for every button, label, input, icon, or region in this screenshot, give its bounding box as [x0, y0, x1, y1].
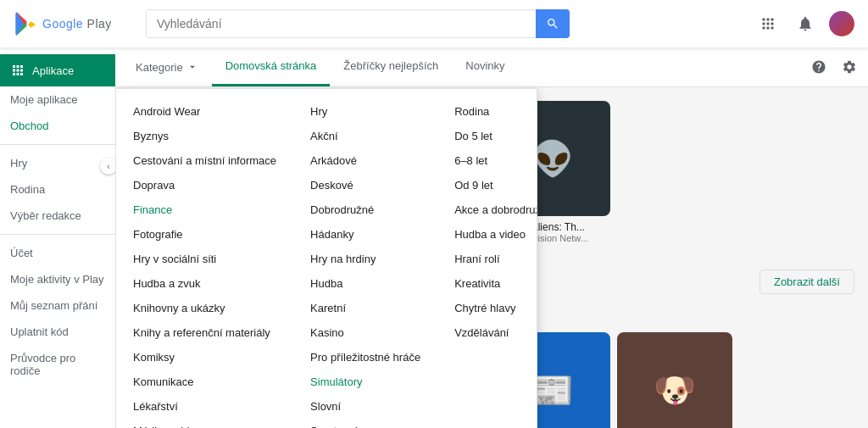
layout: Aplikace Moje aplikace Obchod Hry Rodina… [0, 47, 868, 428]
sidebar-item-aktivity[interactable]: Moje aktivity v Play [0, 266, 115, 292]
notifications-icon [797, 15, 814, 32]
dropdown-item[interactable]: Hudba a zvuk [116, 271, 293, 296]
dropdown-item[interactable]: Média a video [116, 419, 293, 428]
header: Google Play [0, 0, 868, 47]
dropdown-item[interactable]: Knihy a referenční materiály [116, 320, 293, 345]
sidebar-collapse-button[interactable]: ‹ [100, 158, 117, 175]
sidebar-item-uplatnit-kod[interactable]: Uplatnit kód [0, 319, 115, 345]
dropdown-item[interactable]: Finance [116, 197, 293, 222]
settings-icon [842, 59, 857, 75]
notifications-button[interactable] [792, 10, 819, 37]
sidebar-item-rodina[interactable]: Rodina [0, 176, 115, 203]
dropdown-item[interactable]: Cestování a místní informace [116, 148, 293, 173]
dropdown-item[interactable]: Akce a dobrodružství [437, 197, 537, 222]
search-button[interactable] [536, 9, 570, 38]
logo-text: Google Play [42, 17, 112, 31]
logo: Google Play [14, 12, 132, 36]
sidebar: Aplikace Moje aplikace Obchod Hry Rodina… [0, 47, 115, 428]
dropdown-item[interactable]: Chytré hlavy [437, 296, 537, 320]
tab-novinky[interactable]: Novinky [452, 47, 518, 86]
kategorie-dropdown-menu: Android WearByznysCestování a místní inf… [115, 88, 537, 428]
help-button[interactable] [807, 55, 831, 79]
dropdown-item[interactable]: Hudba [293, 271, 437, 296]
dropdown-item[interactable]: Vzdělávání [437, 320, 537, 345]
dropdown-item[interactable]: Kreativita [437, 271, 537, 296]
sidebar-item-seznam-prani[interactable]: Můj seznam přání [0, 292, 115, 319]
google-play-logo-icon [14, 12, 37, 36]
dropdown-item[interactable]: Hudba a video [437, 222, 537, 247]
nav-tabs: Kategorie Domovská stránka Žebříčky nejl… [115, 47, 868, 87]
search-icon [546, 17, 559, 31]
dropdown-item[interactable]: Do 5 let [437, 124, 537, 148]
sidebar-item-pruvodce-rodice[interactable]: Průvodce pro rodiče [0, 345, 115, 384]
sidebar-divider-2 [0, 234, 115, 235]
dropdown-item[interactable]: Fotografie [116, 222, 293, 247]
sidebar-item-hry[interactable]: Hry [0, 150, 115, 176]
dropdown-item[interactable]: Hry [293, 99, 437, 124]
sidebar-apps-label: Aplikace [32, 64, 74, 77]
sidebar-divider-1 [0, 144, 115, 145]
main-content: Kategorie Domovská stránka Žebříčky nejl… [115, 47, 868, 428]
dropdown-col-2: HryAkčníArkádovéDeskovéDobrodružnéHádank… [293, 96, 437, 428]
sidebar-item-ucet[interactable]: Účet [0, 240, 115, 266]
dropdown-item[interactable]: Pro příležitostné hráče [293, 345, 437, 370]
grid-apps-button[interactable] [754, 10, 782, 37]
settings-button[interactable] [837, 55, 861, 79]
sidebar-item-obchod[interactable]: Obchod [0, 113, 115, 139]
search-input[interactable] [146, 9, 536, 38]
dropdown-item[interactable]: Hraní rolí [437, 247, 537, 271]
avatar[interactable] [829, 11, 854, 36]
dropdown-item[interactable]: Arkádové [293, 148, 437, 173]
nav-tab-actions [807, 55, 861, 79]
dropdown-col-3: RodinaDo 5 let6–8 letOd 9 letAkce a dobr… [437, 96, 537, 428]
kategorie-label: Kategorie [136, 61, 183, 74]
dropdown-item[interactable]: Android Wear [116, 99, 293, 124]
dropdown-item[interactable]: Sportovní [293, 419, 437, 428]
kategorie-dropdown[interactable]: Kategorie [122, 49, 212, 86]
dropdown-item[interactable]: Hádanky [293, 222, 437, 247]
dropdown-overlay: Android WearByznysCestování a místní inf… [115, 88, 868, 428]
dropdown-item[interactable]: Od 9 let [437, 173, 537, 197]
dropdown-item[interactable]: Akční [293, 124, 437, 148]
dropdown-item[interactable]: Dobrodružné [293, 197, 437, 222]
dropdown-item[interactable]: Rodina [437, 99, 537, 124]
dropdown-item[interactable]: Simulátory [293, 370, 437, 394]
tab-domovska-stranka[interactable]: Domovská stránka [212, 47, 331, 86]
sidebar-item-vyber-redakce[interactable]: Výběr redakce [0, 203, 115, 229]
dropdown-item[interactable]: Hry na hrdiny [293, 247, 437, 271]
search-bar [146, 9, 570, 38]
dropdown-item[interactable]: Byznys [116, 124, 293, 148]
dropdown-item[interactable]: Komiksy [116, 345, 293, 370]
grid-apps-icon [760, 15, 776, 32]
dropdown-item[interactable]: Hry v sociální síti [116, 247, 293, 271]
dropdown-item[interactable]: Lékařství [116, 394, 293, 419]
header-actions [754, 10, 854, 37]
dropdown-item[interactable]: Komunikace [116, 370, 293, 394]
help-icon [811, 59, 826, 75]
dropdown-columns: Android WearByznysCestování a místní inf… [116, 89, 537, 428]
dropdown-item[interactable]: Doprava [116, 173, 293, 197]
chevron-down-icon [186, 61, 198, 73]
dropdown-item[interactable]: Kasino [293, 320, 437, 345]
dropdown-item[interactable]: Slovní [293, 394, 437, 419]
apps-icon [10, 63, 25, 78]
sidebar-item-moje-aplikace[interactable]: Moje aplikace [0, 86, 115, 113]
dropdown-item[interactable]: Deskové [293, 173, 437, 197]
dropdown-item[interactable]: 6–8 let [437, 148, 537, 173]
sidebar-apps-header[interactable]: Aplikace [0, 54, 115, 86]
tab-zebricky-nejlepsich[interactable]: Žebříčky nejlepších [330, 47, 452, 86]
dropdown-item[interactable]: Knihovny a ukázky [116, 296, 293, 320]
dropdown-item[interactable]: Karetní [293, 296, 437, 320]
dropdown-col-1: Android WearByznysCestování a místní inf… [116, 96, 293, 428]
